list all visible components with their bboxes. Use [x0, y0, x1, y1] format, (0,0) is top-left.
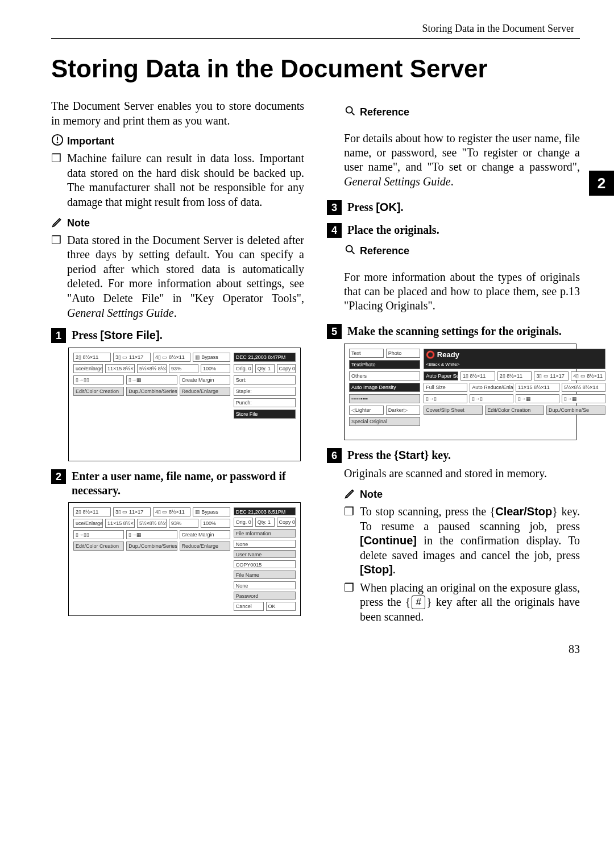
ok-button[interactable]: OK [266, 602, 296, 611]
note-heading: Note [51, 216, 304, 231]
paper-tray-button[interactable]: 3▯ ▭ 11×17 [113, 353, 151, 362]
reference-heading: Reference [344, 105, 580, 120]
ui-screenshot-scan-settings: Text Photo Text/Photo Others Auto Image … [344, 344, 576, 440]
reduce-enlarge-button[interactable]: uce/Enlarge [73, 519, 103, 528]
size-preset-button[interactable]: 5½×8½ 8½×14 [137, 364, 167, 373]
ui-screenshot-store-file: 2▯ 8½×11 3▯ ▭ 11×17 4▯ ▭ 8½×11 ▥ Bypass … [68, 348, 301, 461]
duplex-preset-button[interactable]: ▯→▯ [470, 394, 513, 403]
size-preset-button[interactable]: 5½×8½ 8½×14 [137, 519, 167, 528]
auto-paper-select-button[interactable]: Auto Paper Select ▶ [424, 371, 458, 381]
step-4-number: 4 [327, 223, 342, 238]
note-label: Note [67, 217, 90, 229]
copy-count: Copy 0 [277, 518, 296, 527]
full-size-button[interactable]: 100% [201, 519, 230, 528]
paper-tray-button[interactable]: 3▯ ▭ 11×17 [113, 507, 151, 516]
important-body: Machine failure can result in data loss.… [67, 151, 304, 209]
step-3-text: Press [OK]. [347, 200, 580, 214]
bypass-tray-button[interactable]: ▥ Bypass [193, 353, 230, 362]
important-heading: Important [51, 134, 304, 149]
note-label: Note [360, 489, 383, 501]
combine-preset-button[interactable]: ▯→▦ [562, 394, 605, 403]
paper-tray-button[interactable]: 4▯ ▭ 8½×11 [153, 507, 190, 516]
cover-slip-tab[interactable]: Cover/Slip Sheet [424, 406, 483, 415]
reference-body: For more information about the types of … [344, 270, 580, 313]
file-name-value[interactable]: None [234, 581, 296, 589]
note-body: Data stored in the Document Server is de… [67, 233, 304, 321]
duplex-preset-button[interactable]: ▯→▯▯ [73, 530, 124, 539]
others-mode-button[interactable]: Others [349, 371, 420, 381]
step-5-number: 5 [327, 324, 342, 339]
note-1-body: To stop scanning, press the {Clear/Stop}… [360, 505, 580, 577]
edit-color-tab[interactable]: Edit/Color Creation [73, 542, 124, 551]
size-preset-button[interactable]: 5½×8½ 8½×14 [562, 383, 605, 392]
size-preset-button[interactable]: 11×15 8½×11 [105, 364, 135, 373]
qty-count: Qty. 1 [255, 518, 275, 527]
dup-combine-tab[interactable]: Dup./Combine/Series [126, 542, 177, 551]
lighter-button[interactable]: ◁Lighter [349, 406, 384, 415]
running-head: Storing Data in the Document Server [51, 23, 580, 35]
important-label: Important [67, 135, 114, 147]
paper-tray-button[interactable]: 2▯ 8½×11 [497, 371, 532, 381]
bullet-icon: ❒ [51, 151, 61, 209]
bypass-tray-button[interactable]: ▥ Bypass [193, 507, 230, 516]
reduce-enlarge-button[interactable]: uce/Enlarge [73, 364, 103, 373]
reduce-enlarge-tab[interactable]: Reduce/Enlarge [180, 387, 230, 396]
svg-point-2 [346, 107, 352, 113]
cancel-button[interactable]: Cancel [234, 602, 264, 611]
dup-combine-tab[interactable]: Dup./Combine/Se [546, 406, 605, 415]
dup-combine-tab[interactable]: Dup./Combine/Series [126, 387, 177, 396]
density-slider[interactable]: ▫▫▫▫▫▪▪▪▪ [349, 394, 420, 403]
duplex-preset-button[interactable]: ▯→▯ [424, 394, 467, 403]
combine-preset-button[interactable]: ▯→▦ [126, 375, 177, 385]
note-2-body: When placing an original on the exposure… [360, 581, 580, 625]
orig-count: Orig. 0 [234, 518, 253, 527]
ui-screenshot-file-info: 2▯ 8½×11 3▯ ▭ 11×17 4▯ ▭ 8½×11 ▥ Bypass … [68, 502, 301, 616]
store-file-button[interactable]: Store File [234, 410, 296, 419]
paper-tray-button[interactable]: 4▯ ▭ 8½×11 [153, 353, 190, 362]
step-1-text: Press [Store File]. [72, 328, 304, 342]
full-size-button[interactable]: Full Size [424, 383, 467, 392]
paper-tray-button[interactable]: 1▯ 8½×11 [460, 371, 495, 381]
staple-label: Staple: [234, 387, 296, 396]
auto-reduce-enlarge-button[interactable]: Auto Reduce/Enlarge [470, 383, 513, 392]
qty-count: Qty. 1 [255, 364, 275, 373]
step-6-text: Press the {Start} key. [347, 448, 580, 462]
duplex-preset-button[interactable]: ▯→▯▯ [73, 375, 124, 385]
auto-image-density-button[interactable]: Auto Image Density [349, 383, 420, 392]
paper-tray-button[interactable]: 3▯ ▭ 11×17 [534, 371, 569, 381]
darker-button[interactable]: Darker▷ [386, 406, 421, 415]
text-mode-button[interactable]: Text [349, 349, 384, 358]
step-6-body: Originals are scanned and stored in memo… [344, 466, 580, 481]
reference-body: For details about how to register the us… [344, 131, 580, 189]
full-size-button[interactable]: 100% [201, 364, 230, 373]
step-2-number: 2 [51, 469, 66, 484]
size-preset-button[interactable]: 11×15 8½×11 [105, 519, 135, 528]
ratio-display: 93% [169, 364, 198, 373]
edit-color-tab[interactable]: Edit/Color Creation [73, 387, 124, 396]
paper-tray-button[interactable]: 4▯ ▭ 8½×11 [571, 371, 605, 381]
bullet-icon: ❒ [51, 233, 61, 321]
edit-color-tab[interactable]: Edit/Color Creation [485, 406, 544, 415]
search-icon [344, 243, 356, 259]
size-preset-button[interactable]: 11×15 8½×11 [516, 383, 559, 392]
reference-heading: Reference [344, 243, 580, 259]
step-6-number: 6 [327, 448, 342, 463]
paper-tray-button[interactable]: 2▯ 8½×11 [73, 507, 111, 516]
combine-preset-button[interactable]: ▯→▦ [516, 394, 559, 403]
special-original-tab[interactable]: Special Original [349, 417, 420, 426]
create-margin-button[interactable]: Create Margin [180, 530, 230, 539]
reference-label: Reference [360, 245, 409, 257]
search-icon [344, 105, 356, 120]
photo-mode-button[interactable]: Photo [386, 349, 421, 358]
warning-icon [51, 134, 64, 149]
paper-tray-button[interactable]: 2▯ 8½×11 [73, 353, 111, 362]
textphoto-mode-button[interactable]: Text/Photo [349, 360, 420, 369]
orig-count: Orig. 0 [234, 364, 253, 373]
bullet-icon: ❒ [344, 505, 354, 577]
svg-point-3 [346, 245, 352, 251]
combine-preset-button[interactable]: ▯→▦ [126, 530, 177, 539]
reduce-enlarge-tab[interactable]: Reduce/Enlarge [180, 542, 230, 551]
file-info-value[interactable]: None [234, 540, 296, 548]
create-margin-button[interactable]: Create Margin [180, 375, 230, 385]
user-name-value[interactable]: COPY0015 [234, 560, 296, 568]
